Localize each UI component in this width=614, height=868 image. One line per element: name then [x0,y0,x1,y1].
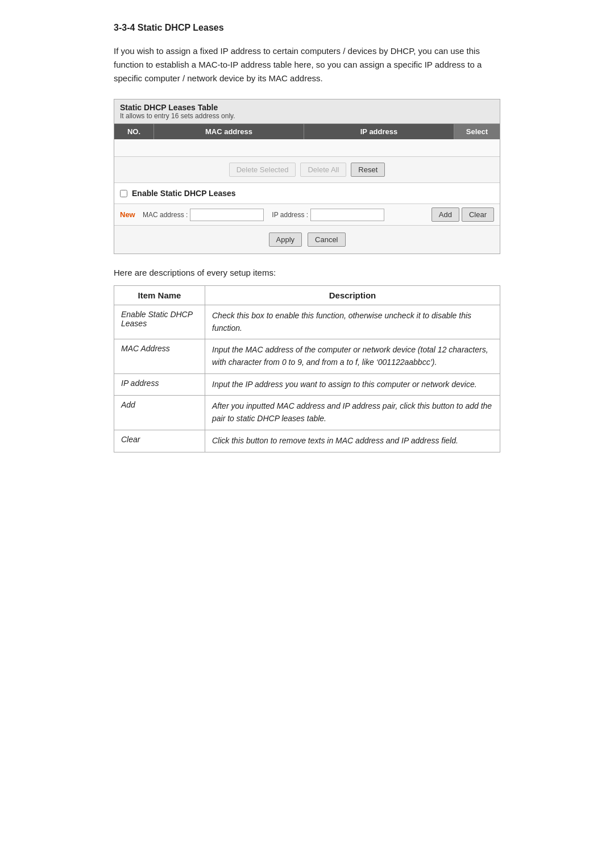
mac-field-label: MAC address : [143,211,188,219]
dhcp-leases-box: Static DHCP Leases Table It allows to en… [114,99,500,254]
page-title: 3-3-4 Static DHCP Leases [114,23,500,33]
table-row: IP addressInput the IP address you want … [114,373,500,396]
table-header: NO. MAC address IP address Select [114,124,500,139]
dhcp-box-header: Static DHCP Leases Table It allows to en… [114,99,500,124]
apply-cancel-row: Apply Cancel [114,225,500,254]
add-clear-buttons: Add Clear [432,207,494,222]
ip-address-input[interactable] [310,209,384,221]
new-entry-row: New MAC address : IP address : Add Clear [114,203,500,225]
mac-address-input[interactable] [190,209,264,221]
item-name-cell: Enable Static DHCP Leases [114,305,205,339]
apply-button[interactable]: Apply [269,232,302,247]
item-name-cell: Add [114,396,205,430]
delete-all-button[interactable]: Delete All [300,163,346,177]
item-description-cell: Input the IP address you want to assign … [205,373,500,396]
ip-field-label: IP address : [272,211,308,219]
descriptions-heading: Here are descriptions of every setup ite… [114,268,500,277]
col-header-select: Select [454,124,500,139]
mac-field-group: MAC address : [143,209,264,221]
table-row: Enable Static DHCP LeasesCheck this box … [114,305,500,339]
desc-col1-header: Item Name [114,286,205,305]
col-header-mac: MAC address [154,124,304,139]
ip-field-group: IP address : [272,209,384,221]
new-row-label: New [120,210,137,219]
cancel-button[interactable]: Cancel [308,232,345,247]
col-header-no: NO. [114,124,154,139]
dhcp-table-title: Static DHCP Leases Table [120,103,494,112]
table-body [114,139,500,156]
reset-button[interactable]: Reset [351,163,385,177]
intro-text: If you wish to assign a fixed IP address… [114,44,500,85]
table-action-row: Delete Selected Delete All Reset [114,156,500,183]
item-description-cell: Input the MAC address of the computer or… [205,339,500,373]
delete-selected-button[interactable]: Delete Selected [229,163,296,177]
enable-static-label: Enable Static DHCP Leases [132,189,236,198]
item-name-cell: MAC Address [114,339,205,373]
item-description-cell: Click this button to remove texts in MAC… [205,430,500,452]
desc-col2-header: Description [205,286,500,305]
item-name-cell: Clear [114,430,205,452]
enable-static-checkbox[interactable] [120,190,127,197]
description-table: Item Name Description Enable Static DHCP… [114,285,500,452]
table-row: ClearClick this button to remove texts i… [114,430,500,452]
table-row: AddAfter you inputted MAC address and IP… [114,396,500,430]
item-name-cell: IP address [114,373,205,396]
table-row: MAC AddressInput the MAC address of the … [114,339,500,373]
dhcp-table-subtitle: It allows to entry 16 sets address only. [120,112,494,120]
item-description-cell: Check this box to enable this function, … [205,305,500,339]
clear-button[interactable]: Clear [462,207,494,222]
add-button[interactable]: Add [432,207,459,222]
item-description-cell: After you inputted MAC address and IP ad… [205,396,500,430]
col-header-ip: IP address [304,124,454,139]
enable-static-row: Enable Static DHCP Leases [114,183,500,203]
